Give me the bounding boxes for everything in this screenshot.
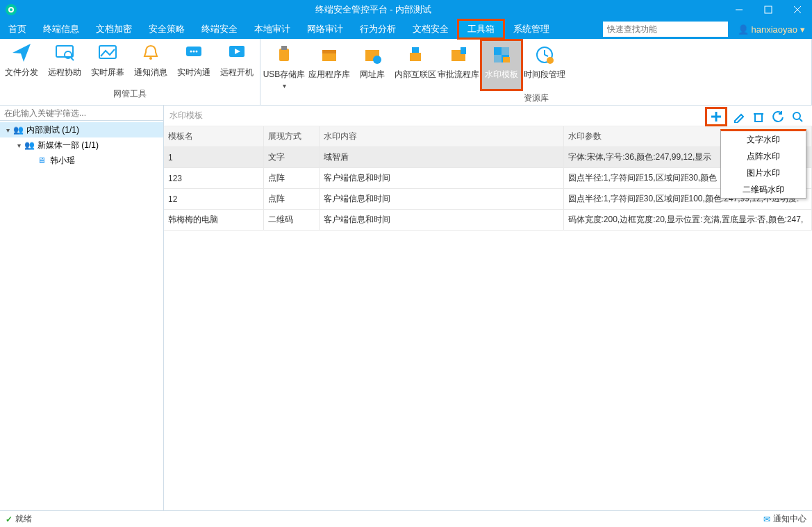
svg-rect-26 [461,47,466,54]
chevron-down-icon: ▾ [3,126,13,134]
window-title: 终端安全管控平台 - 内部测试 [315,3,432,16]
menu-terminal-info[interactable]: 终端信息 [35,19,88,39]
col-mode[interactable]: 展现方式 [263,126,319,147]
picture-icon [97,42,119,64]
check-icon: ✓ [6,515,13,524]
delete-button[interactable] [751,109,766,124]
tool-approval[interactable]: 审批流程库 [437,39,480,91]
svg-point-34 [547,57,554,64]
menu-network-audit[interactable]: 网络审计 [299,19,351,39]
svg-rect-37 [755,114,762,122]
user-name: hanxiaoyao [752,24,798,35]
flow-icon [447,44,470,66]
opt-qr-watermark[interactable]: 二维码水印 [721,181,806,198]
breadcrumb: 水印模板 [169,110,203,122]
svg-point-39 [793,112,800,119]
mail-icon: ✉ [763,515,770,524]
box-globe-icon [361,44,383,66]
user-icon: 👤 [738,24,749,35]
user-menu[interactable]: 👤 hanxiaoyao ▾ [731,19,813,39]
menu-doc-security[interactable]: 文档安全 [404,19,457,39]
menu-doc-encrypt[interactable]: 文档加密 [88,19,140,39]
table-row[interactable]: 1文字域智盾字体:宋体,字号:36,颜色:247,99,12,显示 [164,147,812,168]
tree-root[interactable]: ▾ 👥 内部测试 (1/1) [0,122,163,137]
tool-file-distribute[interactable]: 文件分发 [0,39,43,87]
close-button[interactable] [783,0,812,19]
menu-local-audit[interactable]: 本地审计 [246,19,299,39]
minimize-button[interactable] [724,0,754,19]
monitor-icon: 🖥 [36,156,47,165]
chevron-down-icon: ▾ [14,142,24,149]
tool-realtime-screen[interactable]: 实时屏幕 [86,39,129,87]
col-name[interactable]: 模板名 [164,126,263,147]
col-content[interactable]: 水印内容 [319,126,563,147]
chevron-down-icon: ▾ [283,82,286,89]
watermark-icon [490,44,513,66]
menu-security-policy[interactable]: 安全策略 [140,19,193,39]
ribbon-group-label-resource: 资源库 [260,91,811,107]
svg-rect-23 [410,53,421,61]
svg-line-40 [799,119,802,122]
tool-notify[interactable]: 通知消息 [129,39,172,87]
svg-point-22 [373,56,381,64]
menu-terminal-security[interactable]: 终端安全 [193,19,246,39]
svg-point-13 [193,51,195,53]
opt-text-watermark[interactable]: 文字水印 [721,131,806,148]
group-icon: 👥 [24,140,35,150]
ribbon-group-label-netadmin: 网管工具 [0,87,260,103]
tool-time-range[interactable]: 时间段管理 [523,39,566,91]
notify-center[interactable]: 通知中心 [773,513,806,525]
tree-root-label: 内部测试 (1/1) [26,124,79,136]
refresh-button[interactable] [770,109,786,124]
bell-icon [140,42,162,64]
status-ready: 就绪 [15,513,32,525]
monitor-play-icon [226,42,248,64]
tool-app-lib[interactable]: 应用程序库 [308,39,351,91]
tree-leaf[interactable]: 🖥 韩小瑶 [0,153,163,168]
tree-leaf-label: 韩小瑶 [50,155,75,167]
group-icon: 👥 [13,125,24,135]
add-button[interactable] [709,109,724,124]
svg-rect-30 [503,57,510,62]
tree-dept[interactable]: ▾ 👥 新媒体一部 (1/1) [0,137,163,153]
table-row[interactable]: 123点阵客户端信息和时间圆点半径:1,字符间距15,区域间距30,颜色 [164,168,812,189]
table-row[interactable]: 韩梅梅的电脑二维码客户端信息和时间码体宽度:200,边框宽度:20,显示位置:充… [164,210,812,231]
tool-url-lib[interactable]: 网址库 [351,39,394,91]
tool-realtime-chat[interactable]: 实时沟通 [172,39,215,87]
search-button[interactable] [790,109,805,124]
opt-dot-watermark[interactable]: 点阵水印 [721,148,806,165]
table-row[interactable]: 12点阵客户端信息和时间圆点半径:1,字符间距30,区域间距100,颜色:247… [164,189,812,210]
quick-search-input[interactable] [603,22,728,37]
usb-icon [273,44,295,66]
chat-icon [183,42,205,64]
menu-behavior[interactable]: 行为分析 [351,19,404,39]
menu-system[interactable]: 系统管理 [505,19,558,39]
tool-intranet[interactable]: 内部互联区 [394,39,437,91]
menu-toolbox[interactable]: 工具箱 [457,19,505,40]
svg-rect-17 [279,49,289,61]
monitor-search-icon [53,42,76,64]
tool-remote-power[interactable]: 远程开机 [215,39,258,87]
svg-line-8 [71,58,74,60]
svg-rect-20 [322,50,336,53]
svg-rect-28 [494,47,502,55]
svg-point-1 [10,8,13,11]
menu-home[interactable]: 首页 [0,19,35,39]
tool-watermark-template[interactable]: 水印模板 [480,39,523,91]
edit-button[interactable] [731,109,747,124]
clock-gear-icon [533,44,556,66]
network-icon [404,44,426,66]
opt-image-watermark[interactable]: 图片水印 [721,165,806,181]
svg-point-12 [190,51,192,53]
svg-rect-18 [281,46,287,50]
tool-usb-store[interactable]: USB存储库▾ [260,39,308,91]
tree-filter-input[interactable] [0,106,163,120]
svg-line-33 [545,55,548,56]
tree-dept-label: 新媒体一部 (1/1) [38,140,99,151]
svg-point-14 [196,51,198,53]
paper-plane-icon [10,42,33,64]
tool-remote-assist[interactable]: 远程协助 [43,39,86,87]
app-logo [6,4,17,15]
maximize-button[interactable] [754,0,783,19]
box-icon [318,44,340,66]
